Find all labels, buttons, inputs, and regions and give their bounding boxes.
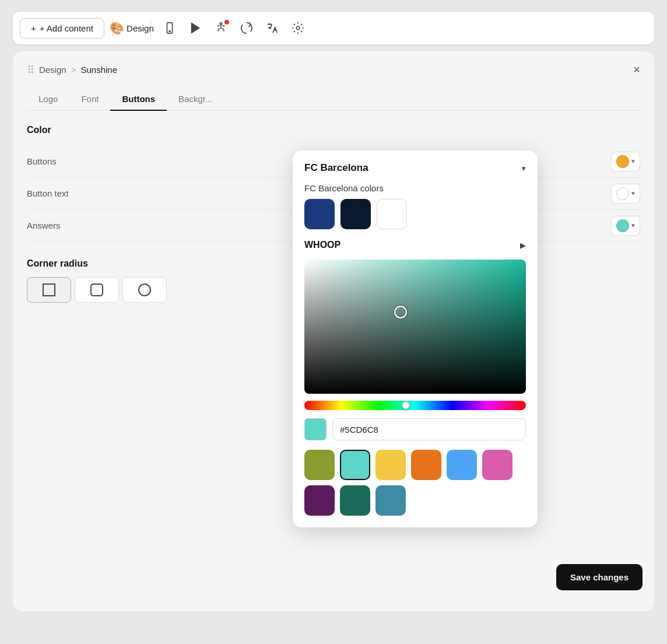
gradient-cursor[interactable] <box>394 306 407 318</box>
buttons-color-swatch-btn[interactable]: ▾ <box>611 152 640 172</box>
swatch-light-blue[interactable] <box>447 450 477 480</box>
mobile-icon-btn[interactable] <box>159 18 180 38</box>
tab-font[interactable]: Font <box>69 88 110 111</box>
svg-marker-2 <box>192 23 199 33</box>
hex-preview-swatch <box>304 418 327 440</box>
button-text-swatch-btn[interactable]: ▾ <box>611 184 640 204</box>
picker-dropdown-arrow-icon[interactable]: ▾ <box>522 164 526 173</box>
whoop-expand-icon: ▶ <box>520 241 526 250</box>
settings-icon-btn[interactable] <box>287 18 308 38</box>
swatch-orange[interactable] <box>411 450 441 480</box>
tabs-bar: Logo Font Buttons Backgr... <box>27 88 640 111</box>
swatch-yellow[interactable] <box>375 450 406 480</box>
swatch-purple[interactable] <box>304 485 335 516</box>
swatch-pink[interactable] <box>482 450 512 480</box>
whoop-collapsed-row[interactable]: WHOOP ▶ <box>304 240 526 250</box>
color-section-title: Color <box>27 125 640 135</box>
hex-input-row <box>304 418 526 440</box>
toolbar: + + Add content 🎨 Design <box>13 12 654 44</box>
design-label: Design <box>127 23 154 33</box>
picker-swatches-grid <box>304 450 526 516</box>
main-panel: ⠿ Design > Sunshine × Logo Font Buttons … <box>13 51 654 611</box>
color-picker-popup: FC Barcelona ▾ FC Barcelona colors WHOOP… <box>293 150 538 527</box>
picker-dropdown-row: FC Barcelona ▾ <box>304 162 526 174</box>
swatch-dark-teal[interactable] <box>340 485 370 516</box>
chevron-down-icon-3: ▾ <box>631 222 635 229</box>
preset-swatch-dark[interactable] <box>340 199 371 229</box>
medium-corners-icon <box>89 282 105 298</box>
corner-round-option[interactable] <box>122 277 167 303</box>
swatch-steel-blue[interactable] <box>375 485 406 516</box>
hue-thumb[interactable] <box>402 401 410 410</box>
design-button[interactable]: 🎨 Design <box>121 18 142 38</box>
button-text-swatch <box>616 187 629 200</box>
add-content-label: + Add content <box>40 23 93 33</box>
palette-icon: 🎨 <box>110 21 124 35</box>
buttons-label: Buttons <box>27 156 57 166</box>
button-text-label: Button text <box>27 188 69 198</box>
breadcrumb-separator: > <box>71 65 76 75</box>
picker-presets <box>304 199 526 229</box>
answers-swatch <box>616 219 629 232</box>
svg-rect-5 <box>43 284 55 296</box>
breadcrumb: ⠿ Design > Sunshine × <box>27 63 640 76</box>
breadcrumb-current: Sunshine <box>80 65 117 75</box>
tab-background[interactable]: Backgr... <box>167 88 224 111</box>
swatch-teal[interactable] <box>340 450 370 480</box>
swatch-olive[interactable] <box>304 450 335 480</box>
plus-icon: + <box>31 23 36 33</box>
tab-logo[interactable]: Logo <box>27 88 69 111</box>
mobile-icon <box>163 22 176 34</box>
translate-icon-btn[interactable] <box>262 18 283 38</box>
accessibility-icon-btn[interactable] <box>210 18 231 38</box>
preset-swatch-white[interactable] <box>377 199 407 229</box>
drag-handle[interactable]: ⠿ <box>27 64 34 76</box>
picker-group-title: FC Barcelona colors <box>304 183 526 193</box>
square-corners-icon <box>41 282 57 298</box>
picker-dropdown-label: FC Barcelona <box>304 162 368 174</box>
svg-rect-6 <box>91 284 103 296</box>
notification-dot <box>224 20 229 24</box>
buttons-swatch <box>616 155 629 168</box>
answers-swatch-btn[interactable]: ▾ <box>611 216 640 236</box>
svg-rect-7 <box>139 284 150 296</box>
whoop-label: WHOOP <box>304 240 340 250</box>
settings-icon <box>292 22 304 34</box>
corner-medium-option[interactable] <box>75 277 119 303</box>
hex-input[interactable] <box>332 418 526 440</box>
translate-icon <box>266 22 279 34</box>
corner-square-option[interactable] <box>27 277 71 303</box>
close-button[interactable]: × <box>633 63 640 76</box>
answers-label: Answers <box>27 220 61 230</box>
breadcrumb-design[interactable]: Design <box>39 65 66 75</box>
svg-point-4 <box>296 26 300 30</box>
chevron-down-icon-2: ▾ <box>631 190 635 197</box>
hue-slider[interactable] <box>304 401 526 410</box>
add-content-button[interactable]: + + Add content <box>20 18 104 38</box>
chevron-down-icon: ▾ <box>631 158 635 165</box>
animation-icon <box>240 22 253 34</box>
svg-point-1 <box>169 31 170 32</box>
animation-icon-btn[interactable] <box>236 18 257 38</box>
color-gradient-canvas[interactable] <box>304 260 526 394</box>
save-changes-label: Save changes <box>570 572 629 582</box>
round-corners-icon <box>136 282 153 298</box>
tab-buttons[interactable]: Buttons <box>110 88 167 111</box>
save-changes-button[interactable]: Save changes <box>556 564 643 590</box>
play-icon <box>189 22 202 34</box>
play-icon-btn[interactable] <box>185 18 206 38</box>
preset-swatch-blue[interactable] <box>304 199 335 229</box>
svg-point-3 <box>220 23 222 25</box>
